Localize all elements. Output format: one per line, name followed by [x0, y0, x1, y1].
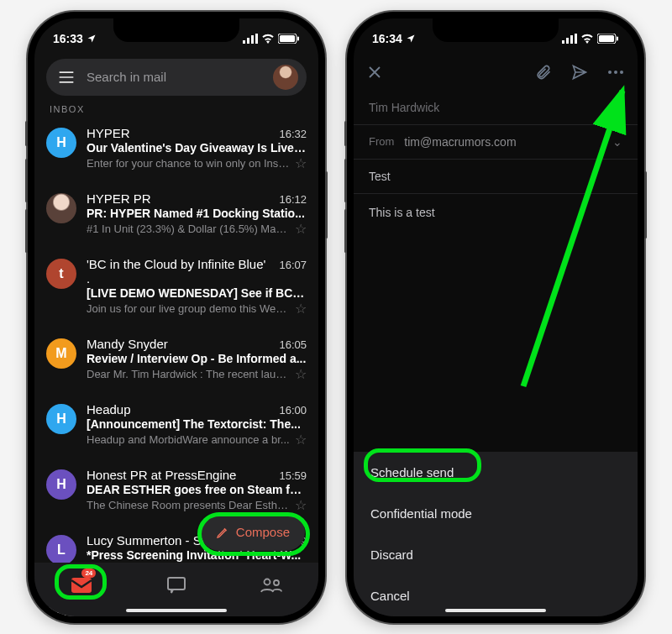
compose-body[interactable]: This is a test	[354, 194, 638, 231]
mail-body: Mandy Snyder16:05Review / Interview Op -…	[87, 337, 307, 387]
sender-avatar: H	[46, 128, 76, 158]
svg-rect-3	[255, 34, 258, 44]
wifi-icon	[261, 34, 275, 44]
star-icon[interactable]: ☆	[295, 497, 307, 513]
screen-compose: 16:34 Tim Hardwick From tim@macrumors.co…	[354, 18, 638, 616]
mail-snippet: Enter for your chance to win only on Ins…	[87, 157, 290, 170]
mail-row[interactable]: HHYPER16:32Our Valentine's Day Giveaway …	[34, 119, 318, 185]
send-icon[interactable]	[570, 64, 589, 81]
subject-field[interactable]: Test	[354, 160, 638, 194]
mail-time: 16:12	[279, 193, 307, 206]
mail-time: 16:32	[279, 128, 307, 140]
svg-rect-0	[243, 40, 245, 44]
mail-body: Headup16:00[Announcement] The Textorcist…	[87, 402, 307, 453]
svg-rect-8	[168, 578, 185, 589]
cellular-icon	[562, 34, 577, 44]
phone-frame-right: 16:34 Tim Hardwick From tim@macrumors.co…	[347, 12, 644, 623]
svg-rect-14	[575, 34, 577, 44]
star-icon[interactable]: ☆	[295, 301, 307, 317]
sender-avatar: M	[46, 338, 76, 369]
status-time: 16:33	[53, 32, 83, 45]
nav-meet[interactable]	[255, 573, 288, 598]
more-icon[interactable]	[607, 70, 624, 75]
star-icon[interactable]: ☆	[295, 155, 307, 171]
svg-point-9	[264, 579, 270, 584]
search-placeholder: Search in mail	[87, 70, 261, 84]
mail-subject: [Announcement] The Textorcist: The...	[87, 417, 307, 431]
nav-mail[interactable]: 24	[65, 573, 98, 598]
wifi-icon	[580, 34, 594, 44]
nav-chat[interactable]	[160, 573, 193, 598]
sender-name: HYPER	[87, 126, 130, 140]
mail-badge: 24	[81, 569, 96, 578]
mail-body: 'BC in the Cloud by Infinite Blue' .16:0…	[87, 257, 307, 322]
location-icon	[87, 34, 97, 44]
home-indicator[interactable]	[445, 609, 546, 612]
mail-subject: [LIVE DEMO WEDNESDAY] See if BC i...	[87, 286, 307, 300]
status-time: 16:34	[372, 32, 402, 45]
pencil-icon	[216, 526, 229, 539]
mail-snippet: Dear Mr. Tim Hardwick : The recent laun.…	[87, 368, 290, 380]
close-icon[interactable]	[367, 65, 382, 80]
mail-snippet: Join us for our live group demo this Wed…	[87, 302, 290, 315]
star-icon[interactable]: ☆	[295, 432, 307, 448]
mail-time: 15:59	[279, 469, 307, 482]
from-label: From	[369, 135, 394, 148]
mail-row[interactable]: HHeadup16:00[Announcement] The Textorcis…	[34, 396, 318, 461]
svg-point-18	[608, 71, 612, 74]
svg-rect-6	[297, 36, 299, 40]
svg-rect-5	[280, 35, 295, 42]
chat-icon	[166, 576, 186, 595]
mail-time: 16:05	[279, 338, 307, 351]
svg-rect-1	[247, 38, 249, 44]
sender-name: Honest PR at PressEngine	[87, 468, 236, 482]
notch	[433, 18, 559, 42]
search-bar[interactable]: Search in mail	[46, 59, 307, 96]
mail-snippet: The Chinese Room presents Dear Esthe...	[87, 499, 290, 511]
option-confidential-mode[interactable]: Confidential mode	[354, 493, 638, 534]
mail-row[interactable]: MMandy Snyder16:05Review / Interview Op …	[34, 330, 318, 396]
action-sheet: Schedule send Confidential mode Discard …	[354, 452, 638, 616]
compose-button[interactable]: Compose	[201, 514, 305, 551]
battery-icon	[278, 34, 300, 44]
svg-rect-2	[251, 35, 254, 44]
svg-rect-7	[71, 578, 92, 593]
svg-rect-12	[566, 38, 569, 44]
attach-icon[interactable]	[535, 64, 552, 81]
mail-subject: PR: HYPER Named #1 Docking Statio...	[87, 207, 307, 220]
mail-body: HYPER16:32Our Valentine's Day Giveaway I…	[87, 126, 307, 176]
star-icon[interactable]: ☆	[295, 221, 307, 237]
mail-row[interactable]: HYPER PR16:12PR: HYPER Named #1 Docking …	[34, 185, 318, 250]
mail-time: 16:07	[279, 259, 307, 271]
phone-frame-left: 16:33 Search in mail INBOX HHYPER16:32Ou…	[28, 12, 325, 623]
account-avatar[interactable]	[273, 65, 298, 90]
sender-avatar: H	[46, 404, 76, 434]
mail-time: 16:00	[279, 404, 307, 417]
from-field[interactable]: From tim@macrumors.com ⌄	[354, 125, 638, 160]
battery-icon	[597, 34, 619, 44]
location-icon	[406, 34, 416, 44]
home-indicator[interactable]	[126, 609, 227, 612]
svg-rect-16	[599, 35, 614, 42]
notch	[113, 18, 239, 42]
from-value: tim@macrumors.com	[404, 135, 516, 149]
option-discard[interactable]: Discard	[354, 534, 638, 575]
mail-snippet: Headup and MorbidWare announce a br...	[87, 433, 290, 446]
option-schedule-send[interactable]: Schedule send	[354, 452, 638, 493]
menu-icon[interactable]	[58, 71, 75, 84]
svg-rect-17	[617, 36, 618, 40]
mail-row[interactable]: t'BC in the Cloud by Infinite Blue' .16:…	[34, 250, 318, 330]
sender-avatar: L	[46, 535, 76, 565]
mail-subject: Review / Interview Op - Be Informed a...	[87, 352, 307, 365]
svg-point-19	[614, 71, 617, 74]
svg-point-10	[274, 580, 279, 585]
screen-inbox: 16:33 Search in mail INBOX HHYPER16:32Ou…	[34, 18, 318, 616]
mail-subject: DEAR ESTHER goes free on Steam for...	[87, 483, 307, 496]
compose-toolbar	[354, 54, 638, 91]
sender-name: Headup	[87, 402, 131, 417]
to-field[interactable]: Tim Hardwick	[354, 91, 638, 125]
sender-name: 'BC in the Cloud by Infinite Blue' .	[87, 257, 272, 286]
star-icon[interactable]: ☆	[295, 366, 307, 382]
people-icon	[259, 577, 284, 594]
svg-point-20	[620, 71, 623, 74]
